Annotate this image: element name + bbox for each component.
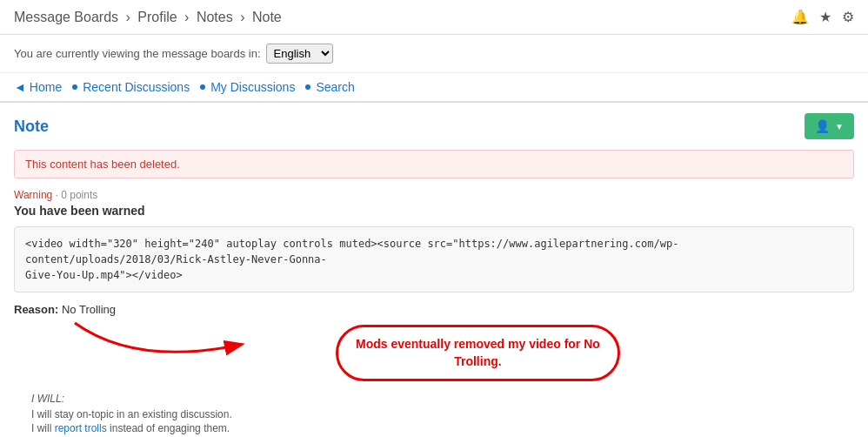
warning-section: Warning · 0 points You have been warned bbox=[14, 189, 854, 218]
reason-text: Reason: No Trolling bbox=[14, 303, 854, 316]
language-select[interactable]: English Spanish French German bbox=[266, 44, 333, 64]
alert-deleted: This content has been deleted. bbox=[14, 150, 854, 178]
rules-section: I WILL: I will stay on-topic in an exist… bbox=[14, 393, 854, 437]
warning-meta: Warning · 0 points bbox=[14, 189, 854, 201]
rules-title: I WILL: bbox=[14, 393, 854, 405]
header-icons: 🔔 ★ ⚙ bbox=[791, 9, 854, 25]
nav-dot-3 bbox=[305, 84, 310, 90]
nav-home[interactable]: ◄ Home bbox=[14, 80, 62, 94]
nav-bar: ◄ Home Recent Discussions My Discussions… bbox=[0, 73, 868, 103]
list-item: I will report trolls instead of engaging… bbox=[31, 422, 854, 434]
callout-area: Mods eventually removed my video for NoT… bbox=[14, 323, 854, 384]
callout-arrow-svg bbox=[66, 314, 344, 375]
page-header: Note 👤 ▼ bbox=[14, 113, 854, 139]
page-title: Note bbox=[14, 118, 49, 136]
code-block: <video width="320" height="240" autoplay… bbox=[14, 226, 854, 292]
bell-icon[interactable]: 🔔 bbox=[791, 9, 809, 25]
page-content: Note 👤 ▼ This content has been deleted. … bbox=[0, 103, 868, 437]
reason-section: Reason: No Trolling Mods eventually remo… bbox=[14, 303, 854, 384]
nav-search[interactable]: Search bbox=[316, 80, 354, 94]
dropdown-arrow-icon: ▼ bbox=[835, 122, 844, 131]
header: Message Boards › Profile › Notes › Note … bbox=[0, 0, 868, 35]
breadcrumb: Message Boards › Profile › Notes › Note bbox=[14, 10, 282, 25]
warning-title: You have been warned bbox=[14, 204, 854, 218]
nav-dot-1 bbox=[72, 84, 77, 90]
nav-dot-2 bbox=[200, 84, 205, 90]
gear-icon[interactable]: ⚙ bbox=[842, 9, 854, 25]
nav-my-discussions[interactable]: My Discussions bbox=[210, 80, 295, 94]
callout-bubble: Mods eventually removed my video for NoT… bbox=[336, 325, 620, 381]
list-item: I will stay on-topic in an existing disc… bbox=[31, 408, 854, 420]
user-button[interactable]: 👤 ▼ bbox=[805, 113, 854, 139]
rules-list: I will stay on-topic in an existing disc… bbox=[14, 408, 854, 437]
user-icon: 👤 bbox=[815, 119, 830, 133]
star-icon[interactable]: ★ bbox=[819, 9, 831, 25]
language-bar: You are currently viewing the message bo… bbox=[0, 35, 868, 73]
nav-recent-discussions[interactable]: Recent Discussions bbox=[83, 80, 190, 94]
report-trolls-link[interactable]: report trolls bbox=[55, 422, 107, 434]
